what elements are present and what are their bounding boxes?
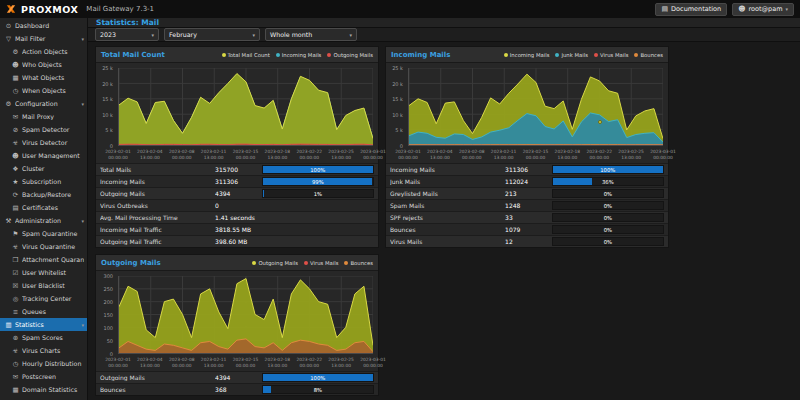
legend-item-incoming-mails[interactable]: Incoming Mails: [276, 52, 322, 58]
sidebar-item-statistics[interactable]: ▥Statistics▾: [0, 318, 87, 331]
sidebar-item-spam-detector[interactable]: ⊘Spam Detector: [0, 123, 87, 136]
sidebar-item-what-objects[interactable]: ▦What Objects: [0, 71, 87, 84]
table-row-incoming-mails[interactable]: Incoming Mails311306100%: [386, 163, 668, 175]
user-menu-button[interactable]: ☻ root@pam ▾: [732, 3, 794, 16]
x-axis-tick: 2023-02-1113:00:00: [201, 149, 227, 160]
row-label: Junk Mails: [390, 178, 505, 185]
table-row-virus-mails[interactable]: Virus Mails120%: [386, 235, 668, 247]
sidebar-item-virus-detector[interactable]: ☣Virus Detector: [0, 136, 87, 149]
x-axis-tick: 2023-03-0100:00:00: [650, 149, 676, 160]
legend-item-virus-mails[interactable]: Virus Mails: [304, 260, 338, 266]
panel-title: Outgoing Mails: [101, 259, 252, 267]
legend-item-incoming-mails[interactable]: Incoming Mails: [504, 52, 550, 58]
percent-label: 99%: [263, 178, 373, 185]
total-mail-count-chart[interactable]: 05 k10 k15 k20 k25 k 2023-02-0100:00:002…: [96, 63, 378, 163]
sidebar-item-spam-quarantine[interactable]: ⚑Spam Quarantine: [0, 227, 87, 240]
month-select-value: February: [169, 31, 197, 38]
table-row-outgoing-mails[interactable]: Outgoing Mails43941%: [96, 187, 378, 199]
outgoing-mails-table: Outgoing Mails4394100%Bounces3688%: [96, 371, 378, 395]
empty-bar-cell: [262, 201, 374, 210]
range-select[interactable]: Whole month ▾: [265, 28, 357, 41]
table-row-junk-mails[interactable]: Junk Mails11202436%: [386, 175, 668, 187]
sidebar-item-dashboard[interactable]: ⊙Dashboard: [0, 19, 87, 32]
legend-item-bounces[interactable]: Bounces: [634, 52, 663, 58]
sidebar-item-label: Cluster: [22, 165, 84, 172]
row-value: 311306: [505, 166, 552, 173]
user-icon: ☻: [738, 5, 745, 13]
chart-legend: Outgoing MailsVirus MailsBounces: [252, 260, 373, 266]
legend-item-outgoing-mails[interactable]: Outgoing Mails: [252, 260, 298, 266]
table-row-outgoing-mails[interactable]: Outgoing Mails4394100%: [96, 371, 378, 383]
sidebar-item-virus-charts[interactable]: ☣Virus Charts: [0, 344, 87, 357]
sidebar-item-label: Virus Detector: [22, 139, 84, 146]
sidebar-item-spam-scores[interactable]: ⊛Spam Scores: [0, 331, 87, 344]
sidebar-item-action-objects[interactable]: ⚙Action Objects: [0, 45, 87, 58]
documentation-button[interactable]: ▤ Documentation: [655, 3, 727, 16]
row-value: 1079: [505, 226, 552, 233]
sidebar-item-hourly-distribution[interactable]: ◷Hourly Distribution: [0, 357, 87, 370]
table-row-bounces[interactable]: Bounces10790%: [386, 223, 668, 235]
legend-item-virus-mails[interactable]: Virus Mails: [594, 52, 628, 58]
table-row-greylisted-mails[interactable]: Greylisted Mails2130%: [386, 187, 668, 199]
sidebar-item-attachment-quarantine[interactable]: ❐Attachment Quarantine: [0, 253, 87, 266]
sidebar-item-label: Spam Detector: [22, 126, 84, 133]
table-row-spf-rejects[interactable]: SPF rejects330%: [386, 211, 668, 223]
clock-icon: ◷: [11, 87, 20, 95]
y-axis-tick: 20 k: [392, 81, 403, 87]
filter-toolbar: 2023 ▾ February ▾ Whole month ▾: [88, 28, 800, 42]
gears-icon: ⚙: [11, 48, 20, 56]
sidebar-item-user-management[interactable]: ☻User Management: [0, 149, 87, 162]
filter-icon: ▽: [4, 35, 13, 43]
incoming-mails-chart[interactable]: 05 k10 k15 k20 k25 k 2023-02-0100:00:002…: [386, 63, 668, 163]
sidebar-item-user-blacklist[interactable]: ☒User Blacklist: [0, 279, 87, 292]
sidebar-item-mail-proxy[interactable]: ✉Mail Proxy: [0, 110, 87, 123]
sidebar-item-domain-statistics[interactable]: ▦Domain Statistics: [0, 383, 87, 396]
x-axis-tick: 2023-02-0413:00:00: [137, 149, 163, 160]
row-value: 315700: [215, 166, 262, 173]
sidebar-item-tracking-center[interactable]: ◎Tracking Center: [0, 292, 87, 305]
table-row-total-mails[interactable]: Total Mails315700100%: [96, 163, 378, 175]
legend-item-junk-mails[interactable]: Junk Mails: [555, 52, 588, 58]
chart-legend: Incoming MailsJunk MailsVirus MailsBounc…: [504, 52, 663, 58]
sidebar-item-subscription[interactable]: ★Subscription: [0, 175, 87, 188]
x-axis-tick: 2023-02-0100:00:00: [395, 149, 421, 160]
sidebar-item-label: Action Objects: [22, 48, 84, 55]
sidebar-item-administration[interactable]: ⚒Administration▾: [0, 214, 87, 227]
legend-item-outgoing-mails[interactable]: Outgoing Mails: [327, 52, 373, 58]
sidebar-item-queues[interactable]: ≡Queues: [0, 305, 87, 318]
table-row-incoming-mails[interactable]: Incoming Mails31130699%: [96, 175, 378, 187]
table-row-outgoing-mail-traffic[interactable]: Outgoing Mail Traffic398.60 MB: [96, 235, 378, 247]
sidebar-item-cluster[interactable]: ❖Cluster: [0, 162, 87, 175]
score-icon: ⊛: [11, 334, 20, 342]
sidebar-item-when-objects[interactable]: ◷When Objects: [0, 84, 87, 97]
sidebar-item-configuration[interactable]: ⚙Configuration▾: [0, 97, 87, 110]
app-layout: ⊙Dashboard▽Mail Filter▾⚙Action Objects☻W…: [0, 18, 800, 400]
table-row-bounces[interactable]: Bounces3688%: [96, 383, 378, 395]
year-select[interactable]: 2023 ▾: [95, 28, 159, 41]
sidebar-item-postscreen[interactable]: ✉Postscreen: [0, 370, 87, 383]
sidebar-item-certificates[interactable]: ▤Certificates: [0, 201, 87, 214]
month-select[interactable]: February ▾: [164, 28, 260, 41]
sidebar-item-label: Domain Statistics: [22, 386, 84, 393]
table-row-spam-mails[interactable]: Spam Mails12480%: [386, 199, 668, 211]
percent-bar: 8%: [262, 385, 374, 394]
percent-label: 0%: [553, 190, 663, 197]
row-label: Bounces: [100, 386, 215, 393]
table-row-virus-outbreaks[interactable]: Virus Outbreaks0: [96, 199, 378, 211]
table-row-incoming-mail-traffic[interactable]: Incoming Mail Traffic3818.55 MB: [96, 223, 378, 235]
panel-incoming-mails: Incoming Mails Incoming MailsJunk MailsV…: [385, 46, 669, 248]
legend-item-bounces[interactable]: Bounces: [344, 260, 373, 266]
sidebar-item-backup-restore[interactable]: ⟳Backup/Restore: [0, 188, 87, 201]
sidebar: ⊙Dashboard▽Mail Filter▾⚙Action Objects☻W…: [0, 18, 88, 400]
hourly-icon: ◷: [11, 360, 20, 368]
sidebar-item-label: Dashboard: [15, 22, 84, 29]
sidebar-item-virus-quarantine[interactable]: ☣Virus Quarantine: [0, 240, 87, 253]
outgoing-mails-chart[interactable]: 050100150200250300 2023-02-0100:00:00202…: [96, 271, 378, 371]
sidebar-item-who-objects[interactable]: ☻Who Objects: [0, 58, 87, 71]
sidebar-item-user-whitelist[interactable]: ☑User Whitelist: [0, 266, 87, 279]
y-axis-tick: 20 k: [102, 81, 113, 87]
table-row-avg-mail-processing-time[interactable]: Avg. Mail Processing Time1.41 seconds: [96, 211, 378, 223]
legend-item-total-mail-count[interactable]: Total Mail Count: [222, 52, 270, 58]
sidebar-item-mail-filter[interactable]: ▽Mail Filter▾: [0, 32, 87, 45]
row-label: Avg. Mail Processing Time: [100, 214, 215, 221]
